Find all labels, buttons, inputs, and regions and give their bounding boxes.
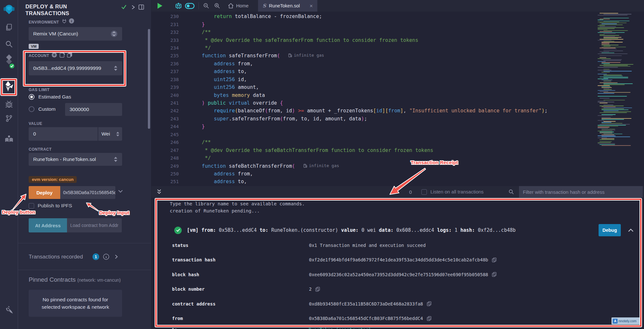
code-line[interactable]: 242 require(balanceOf(from, id) >= amoun… (151, 107, 598, 115)
terminal-search-icon[interactable] (508, 189, 514, 195)
copy-icon[interactable] (315, 287, 320, 292)
code-line[interactable]: 246 /** (151, 138, 598, 146)
minimap-line (598, 29, 608, 30)
line-number: 242 (151, 108, 179, 113)
code-line[interactable]: 235 function safeTransferFrom(infinite g… (151, 52, 598, 60)
code-line[interactable]: 230 return totalBalance - frozenBalance; (151, 13, 598, 20)
plugin-manager-icon[interactable] (0, 305, 18, 314)
code-line[interactable]: 249 function safeBatchTransferFrom(infin… (151, 162, 598, 170)
recorded-info-icon[interactable] (103, 254, 109, 260)
deploy-expand-chevron-icon[interactable] (118, 190, 123, 193)
line-number: 247 (151, 148, 179, 153)
panel-title: DEPLOY & RUN TRANSACTIONS (25, 3, 93, 17)
minimap-line (601, 130, 615, 130)
value-input[interactable]: 0 (29, 127, 98, 141)
zoom-in-icon[interactable] (214, 3, 220, 9)
code-line[interactable]: 247 * @dev Override the safeBatchTransfe… (151, 146, 598, 154)
remix-logo-icon[interactable] (0, 3, 18, 15)
copilot-toggle-icon[interactable] (185, 3, 195, 9)
account-stepper-icon (114, 65, 118, 71)
listen-all-checkbox[interactable] (421, 189, 427, 195)
code-line[interactable]: 233 * @dev Override the safeTransferFrom… (151, 36, 598, 44)
learneth-icon[interactable] (0, 135, 18, 143)
file-explorer-icon[interactable] (0, 23, 18, 32)
environment-info-icon[interactable]: i (69, 18, 74, 24)
code-line[interactable]: 232 /** (151, 28, 598, 36)
minimap-line (600, 91, 608, 92)
at-address-button[interactable]: At Address (29, 218, 67, 232)
fork-state-icon[interactable] (62, 19, 67, 24)
expand-terminal-icon[interactable] (157, 189, 162, 195)
minimap-line (603, 37, 621, 38)
code-line[interactable]: 234 */ (151, 44, 598, 52)
panel-scrollbar[interactable] (148, 29, 150, 129)
tab-runetoken-sol[interactable]: S RuneToken.sol × (258, 0, 317, 12)
contract-select[interactable]: RuneToken - RuneToken.sol (29, 153, 122, 166)
add-account-icon[interactable] (52, 52, 57, 58)
account-select[interactable]: 0x5B3...eddC4 (99.999999999 (29, 61, 122, 75)
debug-button[interactable]: Debug (599, 224, 621, 236)
minimap-line (601, 107, 616, 107)
environment-select[interactable]: Remix VM (Cancun) (29, 27, 122, 41)
collapse-receipt-icon[interactable] (628, 228, 634, 232)
minimap-line (603, 60, 621, 61)
code-line[interactable]: 245 (151, 131, 598, 138)
minimap-line (603, 36, 615, 37)
copy-account-icon[interactable] (67, 52, 72, 58)
code-line[interactable]: 237 address to, (151, 68, 598, 75)
deploy-button[interactable]: Deploy (29, 186, 60, 199)
deploy-run-icon[interactable] (0, 80, 18, 93)
editor-minimap[interactable] (598, 13, 641, 151)
receipt-row: status0x1 Transaction mined and executio… (172, 238, 634, 253)
copy-icon[interactable] (492, 258, 496, 262)
minimap-line (601, 42, 623, 42)
at-address-input[interactable] (67, 218, 122, 232)
custom-gas-input[interactable]: 3000000 (65, 103, 122, 116)
copy-icon[interactable] (492, 272, 496, 277)
minimap-line (598, 136, 616, 136)
line-content: uint256 id, (190, 77, 247, 82)
code-line[interactable]: 239 uint256 amount, (151, 83, 598, 91)
code-line[interactable]: 231 } (151, 20, 598, 28)
run-script-icon[interactable] (157, 3, 163, 9)
zoom-out-icon[interactable] (203, 3, 209, 9)
copy-icon[interactable] (427, 301, 431, 306)
pin-panel-icon[interactable] (139, 5, 144, 10)
value-unit-select[interactable]: Wei (98, 127, 122, 141)
search-icon[interactable] (0, 40, 18, 48)
tab-home[interactable]: Home (226, 0, 251, 12)
ai-copilot-robot-icon[interactable] (175, 2, 182, 10)
terminal-filter-input[interactable] (519, 186, 643, 198)
code-line[interactable]: 251 address to, (151, 178, 598, 185)
edit-account-icon[interactable] (60, 52, 65, 58)
publish-ipfs-row[interactable]: Publish to IPFS (29, 203, 72, 209)
minimap-line (601, 47, 626, 47)
code-line[interactable]: 243 super.safeTransferFrom(from, to, id,… (151, 115, 598, 123)
code-line[interactable]: 241 ) public virtual override { (151, 99, 598, 107)
publish-ipfs-checkbox[interactable] (29, 203, 34, 209)
git-branch-icon[interactable] (0, 114, 18, 123)
transaction-summary-row[interactable]: [vm] from: 0x5B3...eddC4 to: RuneToken.(… (174, 223, 634, 237)
code-line[interactable]: 248 */ (151, 154, 598, 162)
debugger-icon[interactable] (0, 100, 18, 109)
code-line[interactable]: 244 } (151, 123, 598, 130)
tab-close-icon[interactable]: × (310, 3, 313, 9)
custom-gas-radio[interactable]: Custom (29, 106, 55, 112)
receipt-row-label: block number (172, 287, 309, 292)
minimap-line (600, 77, 628, 77)
line-content: uint256 amount, (190, 84, 259, 90)
recorded-expand-icon[interactable] (115, 254, 118, 259)
code-editor[interactable]: 230 return totalBalance - frozenBalance;… (151, 12, 598, 186)
code-line[interactable]: 236 address from, (151, 60, 598, 68)
deploy-constructor-input[interactable]: 0x5B38Da6a701c568545d (60, 186, 115, 199)
copy-icon[interactable] (427, 316, 431, 321)
code-line[interactable]: 238 uint256 id, (151, 76, 598, 83)
receipt-row: transaction hash0xf2de1f964bfd4f9a6d6797… (172, 253, 634, 268)
code-line[interactable]: 240 bytes memory data (151, 91, 598, 99)
panel-forward-icon[interactable] (131, 5, 135, 10)
receipt-row: block number2 (172, 282, 634, 297)
code-line[interactable]: 250 address from, (151, 170, 598, 178)
minimap-line (601, 119, 624, 120)
estimated-gas-radio[interactable]: Estimated Gas (29, 94, 71, 100)
line-number: 235 (151, 53, 179, 58)
